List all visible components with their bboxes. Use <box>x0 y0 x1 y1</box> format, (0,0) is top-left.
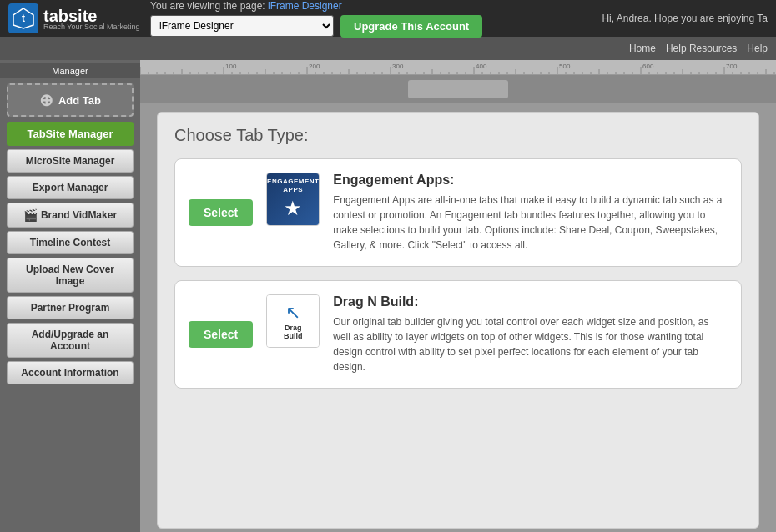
plus-icon: ⊕ <box>39 90 53 110</box>
svg-text:500: 500 <box>559 63 571 70</box>
vidmaker-icon: 🎬 <box>23 208 38 222</box>
sidebar-item-timeline-contest[interactable]: Timeline Contest <box>7 231 134 254</box>
drag-icon-sublabel: Build <box>284 332 303 340</box>
sidebar-label: Manager <box>0 63 140 78</box>
content-area: 100200300400500600700 Choose Tab Type: S… <box>140 60 776 532</box>
svg-text:200: 200 <box>309 63 320 70</box>
engagement-apps-content: Engagement Apps: Engagement Apps are all… <box>333 173 728 253</box>
add-tab-button[interactable]: ⊕ Add Tab <box>7 83 134 117</box>
sidebar-item-partner-program[interactable]: Partner Program <box>7 296 134 319</box>
engagement-apps-title: Engagement Apps: <box>333 173 728 188</box>
upgrade-button[interactable]: Upgrade This Account <box>340 15 482 38</box>
ruler: 100200300400500600700 <box>140 60 776 75</box>
drag-n-build-content: Drag N Build: Our original tab builder g… <box>333 294 728 374</box>
nav-help[interactable]: Help <box>747 43 768 54</box>
engagement-icon-label2: APPS <box>283 186 303 194</box>
svg-text:400: 400 <box>476 63 487 70</box>
drag-icon-inner: ↖ Drag Build <box>267 295 319 347</box>
choose-title: Choose Tab Type: <box>174 126 742 145</box>
drag-n-build-title: Drag N Build: <box>333 294 728 309</box>
engagement-apps-select-button[interactable]: Select <box>189 199 253 226</box>
drag-icon-label: Drag <box>285 324 302 332</box>
svg-text:100: 100 <box>225 63 237 70</box>
nav-bar: Home Help Resources Help <box>0 37 776 60</box>
tab-area <box>140 75 776 103</box>
sidebar-item-upload-cover[interactable]: Upload New Cover Image <box>7 258 134 293</box>
logo-icon: t <box>8 3 38 33</box>
logo: t tabsite Reach Your Social Marketing <box>8 3 142 33</box>
header: t tabsite Reach Your Social Marketing Yo… <box>0 0 776 37</box>
logo-text-group: tabsite Reach Your Social Marketing <box>43 7 140 31</box>
viewing-page-link[interactable]: iFrame Designer <box>268 0 342 12</box>
engagement-apps-description: Engagement Apps are all-in-one tabs that… <box>333 193 728 253</box>
engagement-apps-card: Select ENGAGEMENT APPS ★ Engagement Apps… <box>174 158 742 267</box>
engagement-icon-star: ★ <box>284 195 302 221</box>
ruler-svg: 100200300400500600700 <box>140 60 776 75</box>
header-middle: You are viewing the page: iFrame Designe… <box>150 0 593 38</box>
sidebar-item-brand-vidmaker[interactable]: 🎬 Brand VidMaker <box>7 203 134 228</box>
engagement-apps-icon: ENGAGEMENT APPS ★ <box>266 173 320 226</box>
nav-help-resources[interactable]: Help Resources <box>666 43 737 54</box>
engagement-icon-label1: ENGAGEMENT <box>267 178 319 186</box>
drag-n-build-icon: ↖ Drag Build <box>266 294 320 348</box>
nav-home[interactable]: Home <box>629 43 656 54</box>
logo-tagline: Reach Your Social Marketing <box>43 23 140 31</box>
tabsite-manager-button[interactable]: TabSite Manager <box>7 122 134 146</box>
engagement-icon-inner: ENGAGEMENT APPS ★ <box>267 173 319 225</box>
drag-cursor-icon: ↖ <box>285 302 300 324</box>
header-greeting: Hi, Andrea. Hope you are enjoying Ta <box>602 13 768 24</box>
tab-placeholder <box>408 80 508 98</box>
drag-n-build-description: Our original tab builder giving you tota… <box>333 314 728 374</box>
page-select-dropdown[interactable]: iFrame Designer <box>150 15 334 37</box>
svg-text:700: 700 <box>726 63 738 70</box>
header-controls: iFrame Designer Upgrade This Account <box>150 15 593 38</box>
drag-n-build-select-button[interactable]: Select <box>189 321 253 348</box>
drag-n-build-card: Select ↖ Drag Build Drag N Build: Our or… <box>174 280 742 389</box>
svg-text:600: 600 <box>642 63 654 70</box>
svg-text:t: t <box>22 13 25 24</box>
main-layout: Manager ⊕ Add Tab TabSite Manager MicroS… <box>0 60 776 532</box>
viewing-page-label: You are viewing the page: iFrame Designe… <box>150 0 593 12</box>
sidebar: Manager ⊕ Add Tab TabSite Manager MicroS… <box>0 60 140 532</box>
sidebar-item-export-manager[interactable]: Export Manager <box>7 176 134 199</box>
svg-text:300: 300 <box>392 63 404 70</box>
sidebar-item-add-upgrade[interactable]: Add/Upgrade an Account <box>7 323 134 358</box>
sidebar-item-microsite-manager[interactable]: MicroSite Manager <box>7 149 134 173</box>
choose-panel: Choose Tab Type: Select ENGAGEMENT APPS … <box>157 112 759 529</box>
sidebar-item-account-info[interactable]: Account Information <box>7 361 134 384</box>
